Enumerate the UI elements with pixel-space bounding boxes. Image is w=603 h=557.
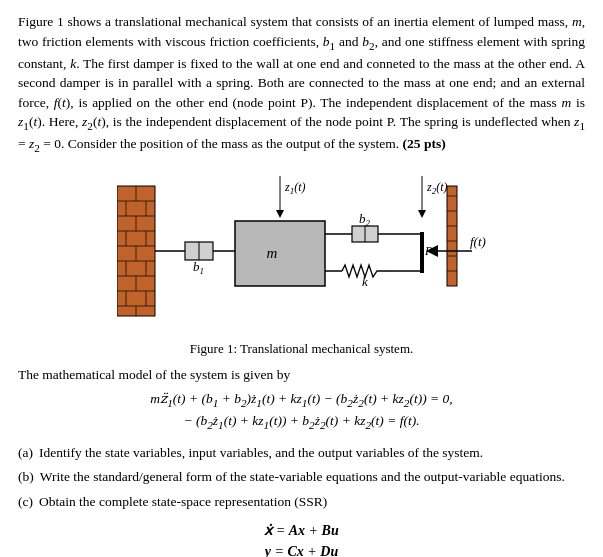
q-c-label: (c) xyxy=(18,492,33,512)
intro-paragraph: Figure 1 shows a translational mechanica… xyxy=(18,12,585,156)
svg-text:z1(t): z1(t) xyxy=(284,180,306,196)
equation-1: mz̈1(t) + (b1 + b2)ż1(t) + kz1(t) − (b2ż… xyxy=(150,389,452,411)
svg-text:f(t): f(t) xyxy=(470,234,486,249)
questions-section: (a) Identify the state variables, input … xyxy=(18,443,585,512)
question-c: (c) Obtain the complete state-space repr… xyxy=(18,492,585,512)
figure-area: b1 m z1(t) z2(t) b2 xyxy=(18,166,585,359)
equations-block: mz̈1(t) + (b1 + b2)ż1(t) + kz1(t) − (b2ż… xyxy=(18,389,585,433)
figure-caption: Figure 1: Translational mechanical syste… xyxy=(190,340,414,359)
svg-rect-27 xyxy=(235,221,325,286)
svg-text:P: P xyxy=(424,244,433,258)
q-b-label: (b) xyxy=(18,467,34,487)
q-a-label: (a) xyxy=(18,443,33,463)
q-b-text: Write the standard/general form of the s… xyxy=(40,467,565,487)
final-eq-2: y = Cx + Du xyxy=(265,542,338,557)
svg-rect-52 xyxy=(420,232,424,273)
final-eq-1: ẋ = Ax + Bu xyxy=(264,521,338,541)
svg-text:m: m xyxy=(266,245,277,261)
final-equations: ẋ = Ax + Bu y = Cx + Du xyxy=(18,521,585,557)
svg-text:b2: b2 xyxy=(359,211,371,228)
question-a: (a) Identify the state variables, input … xyxy=(18,443,585,463)
svg-text:k: k xyxy=(362,274,368,289)
question-b: (b) Write the standard/general form of t… xyxy=(18,467,585,487)
svg-text:z2(t): z2(t) xyxy=(426,180,448,196)
q-a-text: Identify the state variables, input vari… xyxy=(39,443,483,463)
mechanical-system-diagram: b1 m z1(t) z2(t) b2 xyxy=(117,166,487,336)
svg-text:b1: b1 xyxy=(193,259,204,276)
q-c-text: Obtain the complete state-space represen… xyxy=(39,492,327,512)
equation-2: − (b2ż1(t) + kz1(t)) + b2ż2(t) + kz2(t) … xyxy=(183,411,419,433)
math-model-label: The mathematical model of the system is … xyxy=(18,365,585,385)
